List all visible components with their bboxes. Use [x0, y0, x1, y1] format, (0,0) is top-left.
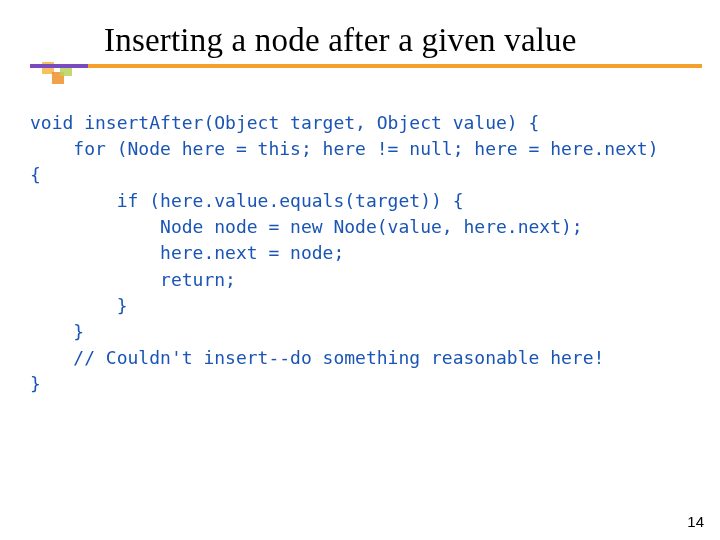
title-underline — [30, 64, 702, 68]
underline-accent-icon — [30, 64, 88, 68]
code-line: Node node = new Node(value, here.next); — [30, 216, 583, 237]
code-line: void insertAfter(Object target, Object v… — [30, 112, 539, 133]
slide: Inserting a node after a given value voi… — [0, 0, 720, 540]
slide-title: Inserting a node after a given value — [0, 22, 720, 59]
code-line: } — [30, 321, 84, 342]
code-line: // Couldn't insert--do something reasona… — [30, 347, 604, 368]
code-line: } — [30, 373, 41, 394]
code-line: here.next = node; — [30, 242, 344, 263]
code-block: void insertAfter(Object target, Object v… — [30, 110, 700, 397]
underline-main-icon — [88, 64, 702, 68]
code-line: { — [30, 164, 41, 185]
slide-title-row: Inserting a node after a given value — [0, 22, 720, 59]
code-line: return; — [30, 269, 236, 290]
code-line: if (here.value.equals(target)) { — [30, 190, 463, 211]
code-line: } — [30, 295, 128, 316]
page-number: 14 — [687, 513, 704, 530]
code-line: for (Node here = this; here != null; her… — [30, 138, 659, 159]
